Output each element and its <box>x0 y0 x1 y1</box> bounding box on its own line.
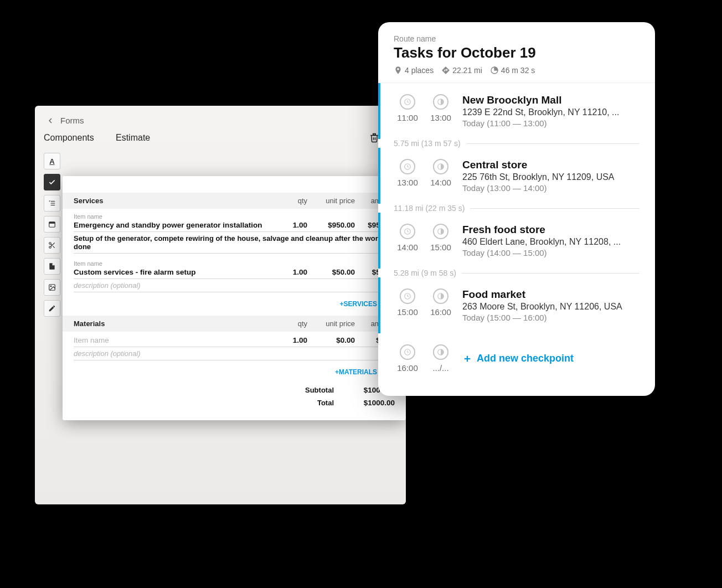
breadcrumb-label: Forms <box>60 116 84 125</box>
item-desc-input[interactable]: description (optional) <box>74 279 395 292</box>
route-stats: 4 places 22.21 mi 46 m 32 s <box>394 66 640 75</box>
stop-name: Food market <box>462 288 640 301</box>
col-qty: qty <box>267 319 307 328</box>
stop-start: 16:00 <box>397 363 418 373</box>
svg-point-11 <box>50 286 51 287</box>
item-qty-input[interactable]: 1.00 <box>274 221 307 232</box>
services-title: Services <box>74 197 267 205</box>
item-name-input[interactable]: Item name <box>74 336 274 347</box>
component-checklist-icon[interactable] <box>44 195 60 212</box>
material-row: Item name 1.00 $0.00 $0.00 description (… <box>63 332 406 363</box>
stop-start: 15:00 <box>397 307 418 317</box>
svg-line-8 <box>53 246 54 247</box>
svg-rect-12 <box>373 134 376 135</box>
component-text-icon[interactable]: A <box>44 153 60 169</box>
leg-text: 5.75 mi (13 m 57 s) <box>394 139 461 148</box>
route-title: Tasks for October 19 <box>394 44 640 61</box>
col-unit-price: unit price <box>307 197 355 205</box>
item-unitprice-input[interactable]: $950.00 <box>307 221 355 232</box>
stop-name: Fresh food store <box>462 224 640 236</box>
item-name-label: Item name <box>74 213 395 220</box>
materials-section-header: Materials qty unit price amount <box>63 316 406 332</box>
item-qty-input[interactable]: 1.00 <box>274 336 307 347</box>
stop-end: .../... <box>432 363 448 373</box>
start-time-icon <box>400 224 415 239</box>
add-services-item-button[interactable]: +SERVICES ITEM <box>63 295 406 316</box>
back-arrow-icon <box>46 116 55 125</box>
stop-address: 225 76th St, Brooklyn, NY 11209, USA <box>462 172 640 182</box>
end-time-icon <box>433 344 448 360</box>
stop-address: 460 Eldert Lane, Brooklyn, NY 11208, ... <box>462 237 640 247</box>
add-checkpoint-button[interactable]: Add new checkpoint <box>462 353 574 364</box>
service-row: Item name Custom services - fire alarm s… <box>63 256 406 295</box>
estimate-title: Estimate <box>116 133 369 143</box>
stop-end: 13:00 <box>430 113 451 122</box>
route-stop[interactable]: 14:00 15:00 Fresh food store 460 Eldert … <box>378 213 655 269</box>
stop-name: New Broocklyn Mall <box>462 94 640 106</box>
directions-icon <box>441 66 450 75</box>
item-desc-input[interactable]: Setup of the generator, compete rewiring… <box>74 232 395 254</box>
svg-line-9 <box>51 244 52 245</box>
item-name-input[interactable]: Custom services - fire alarm setup <box>74 268 274 279</box>
leg-text: 5.28 mi (9 m 58 s) <box>394 269 456 277</box>
stop-when: Today (15:00 — 16:00) <box>462 313 640 322</box>
route-stop[interactable]: 13:00 14:00 Central store 225 76th St, B… <box>378 148 655 204</box>
stop-when: Today (11:00 — 13:00) <box>462 118 640 128</box>
component-checkbox-icon[interactable] <box>44 174 60 190</box>
stop-when: Today (14:00 — 15:00) <box>462 248 640 257</box>
end-time-icon <box>433 159 448 174</box>
start-time-icon <box>400 159 415 174</box>
component-image-icon[interactable] <box>44 279 60 296</box>
item-name-input[interactable]: Emergency and standby power generator in… <box>74 221 274 232</box>
item-qty-input[interactable]: 1.00 <box>274 268 307 279</box>
subtotal-label: Subtotal <box>305 386 334 394</box>
component-file-icon[interactable] <box>44 258 60 275</box>
add-checkpoint-row: 16:00 .../... Add new checkpoint <box>378 333 655 384</box>
stat-places: 4 places <box>405 66 434 75</box>
stop-end: 16:00 <box>430 307 451 317</box>
start-time-icon <box>400 288 415 304</box>
svg-point-6 <box>49 246 51 249</box>
services-section-header: Services qty unit price amount <box>63 193 406 209</box>
stat-distance: 22.21 mi <box>452 66 482 75</box>
route-stop[interactable]: 15:00 16:00 Food market 263 Moore St, Br… <box>378 277 655 333</box>
stop-end: 14:00 <box>430 178 451 187</box>
stop-address: 1239 E 22nd St, Brooklyn, NY 11210, ... <box>462 107 640 117</box>
end-time-icon <box>433 288 448 304</box>
stop-start: 14:00 <box>397 243 418 252</box>
item-desc-input[interactable]: description (optional) <box>74 347 395 360</box>
start-time-icon <box>400 94 415 110</box>
component-date-icon[interactable] <box>44 216 60 233</box>
stop-start: 13:00 <box>397 178 418 187</box>
forms-breadcrumb[interactable]: Forms <box>35 106 406 133</box>
route-stop[interactable]: 11:00 13:00 New Broocklyn Mall 1239 E 22… <box>378 83 655 139</box>
item-unitprice-input[interactable]: $50.00 <box>307 268 355 279</box>
total-value: $1000.00 <box>350 399 395 407</box>
start-time-icon <box>400 344 415 360</box>
route-card: Route name Tasks for October 19 4 places… <box>378 22 655 396</box>
route-leg: 5.28 mi (9 m 58 s) <box>378 269 655 277</box>
stop-end: 15:00 <box>430 243 451 252</box>
stop-start: 11:00 <box>397 113 418 122</box>
components-title: Components <box>44 133 101 143</box>
route-sublabel: Route name <box>394 34 640 43</box>
item-unitprice-input[interactable]: $0.00 <box>307 336 355 347</box>
route-leg: 5.75 mi (13 m 57 s) <box>378 139 655 148</box>
estimate-sheet: Services qty unit price amount Item name… <box>63 176 406 420</box>
col-unit-price: unit price <box>307 319 355 328</box>
route-leg: 11.18 mi (22 m 35 s) <box>378 204 655 213</box>
svg-rect-4 <box>49 222 55 224</box>
materials-title: Materials <box>74 319 267 328</box>
component-cut-icon[interactable] <box>44 237 60 254</box>
col-qty: qty <box>267 197 307 205</box>
total-label: Total <box>317 399 334 407</box>
add-materials-item-button[interactable]: +MATERIALS ITEM <box>63 363 406 384</box>
item-name-label: Item name <box>74 260 395 267</box>
add-checkpoint-label: Add new checkpoint <box>477 353 574 364</box>
component-edit-icon[interactable] <box>44 300 60 317</box>
totals: Subtotal $1000.00 Total $1000.00 <box>63 384 406 409</box>
svg-point-5 <box>49 243 51 245</box>
end-time-icon <box>433 94 448 110</box>
stat-duration: 46 m 32 s <box>501 66 535 75</box>
stop-name: Central store <box>462 159 640 171</box>
